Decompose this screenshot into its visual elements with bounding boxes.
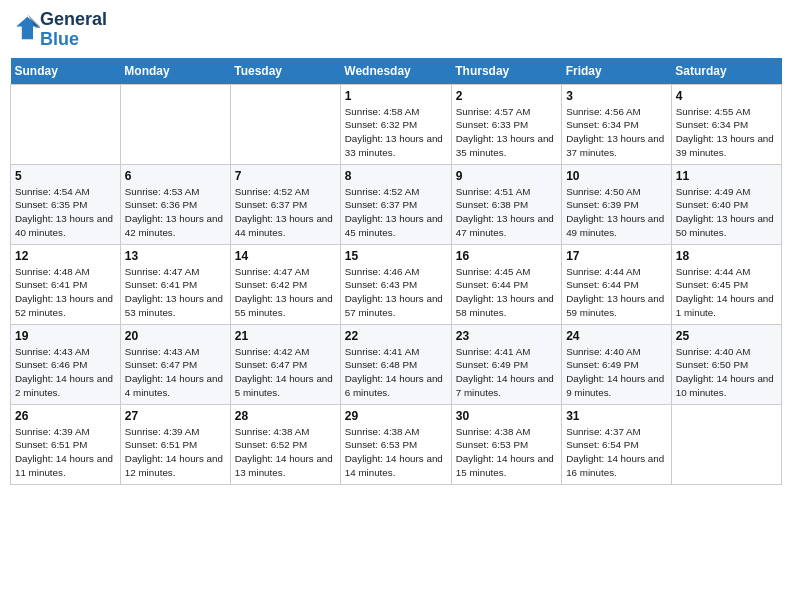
calendar-day-cell: 25Sunrise: 4:40 AM Sunset: 6:50 PM Dayli… — [671, 324, 781, 404]
day-info: Sunrise: 4:48 AM Sunset: 6:41 PM Dayligh… — [15, 265, 116, 320]
calendar-day-cell: 29Sunrise: 4:38 AM Sunset: 6:53 PM Dayli… — [340, 404, 451, 484]
day-number: 22 — [345, 329, 447, 343]
calendar-day-cell: 19Sunrise: 4:43 AM Sunset: 6:46 PM Dayli… — [11, 324, 121, 404]
calendar-day-cell: 21Sunrise: 4:42 AM Sunset: 6:47 PM Dayli… — [230, 324, 340, 404]
calendar-week-row: 12Sunrise: 4:48 AM Sunset: 6:41 PM Dayli… — [11, 244, 782, 324]
calendar-day-cell: 6Sunrise: 4:53 AM Sunset: 6:36 PM Daylig… — [120, 164, 230, 244]
calendar-day-cell: 20Sunrise: 4:43 AM Sunset: 6:47 PM Dayli… — [120, 324, 230, 404]
calendar-day-cell — [671, 404, 781, 484]
calendar-day-cell — [11, 84, 121, 164]
calendar-day-cell: 13Sunrise: 4:47 AM Sunset: 6:41 PM Dayli… — [120, 244, 230, 324]
day-number: 25 — [676, 329, 777, 343]
day-info: Sunrise: 4:57 AM Sunset: 6:33 PM Dayligh… — [456, 105, 557, 160]
calendar-day-cell: 26Sunrise: 4:39 AM Sunset: 6:51 PM Dayli… — [11, 404, 121, 484]
calendar-day-cell: 4Sunrise: 4:55 AM Sunset: 6:34 PM Daylig… — [671, 84, 781, 164]
day-info: Sunrise: 4:55 AM Sunset: 6:34 PM Dayligh… — [676, 105, 777, 160]
day-number: 8 — [345, 169, 447, 183]
weekday-header-cell: Sunday — [11, 58, 121, 85]
day-number: 18 — [676, 249, 777, 263]
weekday-header-cell: Wednesday — [340, 58, 451, 85]
calendar-day-cell: 10Sunrise: 4:50 AM Sunset: 6:39 PM Dayli… — [562, 164, 672, 244]
weekday-header-cell: Tuesday — [230, 58, 340, 85]
day-number: 16 — [456, 249, 557, 263]
day-info: Sunrise: 4:42 AM Sunset: 6:47 PM Dayligh… — [235, 345, 336, 400]
calendar-day-cell: 15Sunrise: 4:46 AM Sunset: 6:43 PM Dayli… — [340, 244, 451, 324]
day-info: Sunrise: 4:38 AM Sunset: 6:52 PM Dayligh… — [235, 425, 336, 480]
day-number: 29 — [345, 409, 447, 423]
day-info: Sunrise: 4:39 AM Sunset: 6:51 PM Dayligh… — [15, 425, 116, 480]
day-number: 9 — [456, 169, 557, 183]
day-number: 10 — [566, 169, 667, 183]
day-info: Sunrise: 4:44 AM Sunset: 6:44 PM Dayligh… — [566, 265, 667, 320]
day-number: 24 — [566, 329, 667, 343]
day-number: 26 — [15, 409, 116, 423]
day-number: 4 — [676, 89, 777, 103]
weekday-header-row: SundayMondayTuesdayWednesdayThursdayFrid… — [11, 58, 782, 85]
day-info: Sunrise: 4:49 AM Sunset: 6:40 PM Dayligh… — [676, 185, 777, 240]
day-info: Sunrise: 4:41 AM Sunset: 6:49 PM Dayligh… — [456, 345, 557, 400]
weekday-header-cell: Friday — [562, 58, 672, 85]
day-info: Sunrise: 4:56 AM Sunset: 6:34 PM Dayligh… — [566, 105, 667, 160]
day-info: Sunrise: 4:58 AM Sunset: 6:32 PM Dayligh… — [345, 105, 447, 160]
calendar-day-cell: 2Sunrise: 4:57 AM Sunset: 6:33 PM Daylig… — [451, 84, 561, 164]
day-number: 12 — [15, 249, 116, 263]
day-info: Sunrise: 4:40 AM Sunset: 6:50 PM Dayligh… — [676, 345, 777, 400]
day-info: Sunrise: 4:43 AM Sunset: 6:47 PM Dayligh… — [125, 345, 226, 400]
day-number: 11 — [676, 169, 777, 183]
day-info: Sunrise: 4:44 AM Sunset: 6:45 PM Dayligh… — [676, 265, 777, 320]
day-info: Sunrise: 4:38 AM Sunset: 6:53 PM Dayligh… — [345, 425, 447, 480]
calendar-day-cell: 14Sunrise: 4:47 AM Sunset: 6:42 PM Dayli… — [230, 244, 340, 324]
day-number: 31 — [566, 409, 667, 423]
day-info: Sunrise: 4:39 AM Sunset: 6:51 PM Dayligh… — [125, 425, 226, 480]
calendar-day-cell: 28Sunrise: 4:38 AM Sunset: 6:52 PM Dayli… — [230, 404, 340, 484]
calendar-day-cell: 22Sunrise: 4:41 AM Sunset: 6:48 PM Dayli… — [340, 324, 451, 404]
day-info: Sunrise: 4:45 AM Sunset: 6:44 PM Dayligh… — [456, 265, 557, 320]
day-number: 17 — [566, 249, 667, 263]
calendar-day-cell: 24Sunrise: 4:40 AM Sunset: 6:49 PM Dayli… — [562, 324, 672, 404]
day-number: 30 — [456, 409, 557, 423]
day-info: Sunrise: 4:53 AM Sunset: 6:36 PM Dayligh… — [125, 185, 226, 240]
calendar-day-cell: 11Sunrise: 4:49 AM Sunset: 6:40 PM Dayli… — [671, 164, 781, 244]
calendar-body: 1Sunrise: 4:58 AM Sunset: 6:32 PM Daylig… — [11, 84, 782, 484]
calendar-table: SundayMondayTuesdayWednesdayThursdayFrid… — [10, 58, 782, 485]
calendar-day-cell: 27Sunrise: 4:39 AM Sunset: 6:51 PM Dayli… — [120, 404, 230, 484]
calendar-day-cell: 16Sunrise: 4:45 AM Sunset: 6:44 PM Dayli… — [451, 244, 561, 324]
svg-marker-0 — [16, 17, 38, 39]
calendar-day-cell: 3Sunrise: 4:56 AM Sunset: 6:34 PM Daylig… — [562, 84, 672, 164]
day-info: Sunrise: 4:38 AM Sunset: 6:53 PM Dayligh… — [456, 425, 557, 480]
calendar-day-cell: 9Sunrise: 4:51 AM Sunset: 6:38 PM Daylig… — [451, 164, 561, 244]
day-info: Sunrise: 4:37 AM Sunset: 6:54 PM Dayligh… — [566, 425, 667, 480]
calendar-day-cell: 12Sunrise: 4:48 AM Sunset: 6:41 PM Dayli… — [11, 244, 121, 324]
weekday-header-cell: Saturday — [671, 58, 781, 85]
weekday-header-cell: Thursday — [451, 58, 561, 85]
calendar-day-cell — [230, 84, 340, 164]
day-info: Sunrise: 4:40 AM Sunset: 6:49 PM Dayligh… — [566, 345, 667, 400]
calendar-week-row: 26Sunrise: 4:39 AM Sunset: 6:51 PM Dayli… — [11, 404, 782, 484]
calendar-day-cell: 8Sunrise: 4:52 AM Sunset: 6:37 PM Daylig… — [340, 164, 451, 244]
weekday-header-cell: Monday — [120, 58, 230, 85]
day-info: Sunrise: 4:43 AM Sunset: 6:46 PM Dayligh… — [15, 345, 116, 400]
calendar-week-row: 5Sunrise: 4:54 AM Sunset: 6:35 PM Daylig… — [11, 164, 782, 244]
calendar-day-cell: 1Sunrise: 4:58 AM Sunset: 6:32 PM Daylig… — [340, 84, 451, 164]
day-number: 13 — [125, 249, 226, 263]
calendar-day-cell: 5Sunrise: 4:54 AM Sunset: 6:35 PM Daylig… — [11, 164, 121, 244]
day-info: Sunrise: 4:41 AM Sunset: 6:48 PM Dayligh… — [345, 345, 447, 400]
day-number: 5 — [15, 169, 116, 183]
calendar-day-cell: 17Sunrise: 4:44 AM Sunset: 6:44 PM Dayli… — [562, 244, 672, 324]
logo-icon — [12, 14, 40, 42]
day-info: Sunrise: 4:52 AM Sunset: 6:37 PM Dayligh… — [235, 185, 336, 240]
day-info: Sunrise: 4:46 AM Sunset: 6:43 PM Dayligh… — [345, 265, 447, 320]
calendar-week-row: 1Sunrise: 4:58 AM Sunset: 6:32 PM Daylig… — [11, 84, 782, 164]
calendar-day-cell: 30Sunrise: 4:38 AM Sunset: 6:53 PM Dayli… — [451, 404, 561, 484]
day-number: 3 — [566, 89, 667, 103]
day-info: Sunrise: 4:50 AM Sunset: 6:39 PM Dayligh… — [566, 185, 667, 240]
day-number: 2 — [456, 89, 557, 103]
day-number: 15 — [345, 249, 447, 263]
day-number: 20 — [125, 329, 226, 343]
day-info: Sunrise: 4:51 AM Sunset: 6:38 PM Dayligh… — [456, 185, 557, 240]
day-info: Sunrise: 4:47 AM Sunset: 6:42 PM Dayligh… — [235, 265, 336, 320]
day-info: Sunrise: 4:52 AM Sunset: 6:37 PM Dayligh… — [345, 185, 447, 240]
day-number: 19 — [15, 329, 116, 343]
calendar-day-cell: 18Sunrise: 4:44 AM Sunset: 6:45 PM Dayli… — [671, 244, 781, 324]
day-info: Sunrise: 4:54 AM Sunset: 6:35 PM Dayligh… — [15, 185, 116, 240]
